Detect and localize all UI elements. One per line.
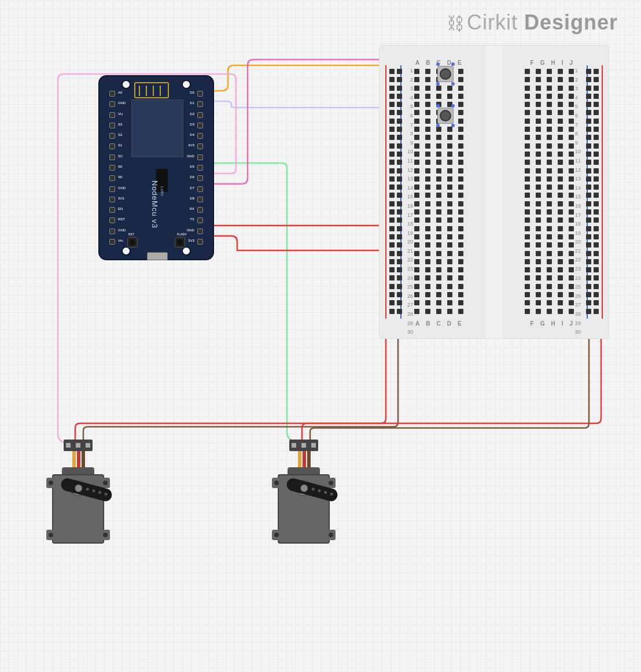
component-servo-2[interactable] — [269, 440, 350, 555]
board-subtitle: Lolin — [160, 186, 165, 196]
component-nodemcu[interactable]: NodeMcu v3 Lolin A0GNDVUS3S2S1SCS0SKGND3… — [98, 75, 214, 260]
logo-brand: Cirkit — [467, 10, 518, 34]
flash-label: FLASH — [177, 232, 186, 236]
app-logo: ⛓Cirkit Designer — [447, 10, 618, 35]
esp-chip — [131, 99, 183, 157]
pin-header-left: A0GNDVUS3S2S1SCS0SKGND3V3ENRSTGNDVin — [104, 91, 120, 245]
bb-col-labels-bot-left: ABCDE — [415, 320, 462, 327]
component-pushbutton-2[interactable] — [434, 104, 457, 127]
logo-icon: ⛓ — [447, 14, 465, 33]
rst-label: RST — [128, 232, 134, 236]
bb-col-labels-bot-right: FGHIJ — [531, 320, 573, 327]
usb-port — [147, 252, 168, 260]
pushbutton-leg — [451, 124, 455, 127]
pushbutton-leg — [451, 82, 455, 86]
pushbutton-leg — [436, 104, 440, 108]
mount-hole — [121, 246, 131, 256]
component-breadboard[interactable]: ABCDE FGHIJ ABCDE FGHIJ 1234567891011121… — [379, 45, 609, 339]
servo-connector — [64, 440, 93, 451]
logo-product: Designer — [524, 10, 618, 34]
mount-hole — [121, 80, 131, 89]
power-rail-pos-right — [602, 65, 603, 319]
power-rail-pos-left — [385, 65, 386, 319]
bb-col-labels-top-right: FGHIJ — [531, 60, 573, 66]
pin-header-right: D0D1D2D3D43V3GNDD5D6D7D8RXTXGND3V3 — [192, 91, 208, 245]
wifi-antenna — [134, 82, 169, 98]
bb-row-labels-right: 1234567891011121314151617181920212223242… — [575, 68, 583, 335]
pushbutton-cap — [440, 68, 451, 80]
board-name: NodeMcu v3 — [150, 180, 159, 228]
mount-hole — [182, 246, 191, 256]
pushbutton-leg — [451, 62, 455, 66]
bb-main-holes-right — [525, 69, 574, 314]
pushbutton-cap — [440, 110, 451, 121]
pushbutton-leg — [436, 82, 440, 86]
bb-power-holes-left — [389, 69, 402, 314]
rst-button[interactable] — [127, 237, 138, 248]
bb-row-labels-left: 1234567891011121314151617181920212223242… — [405, 68, 413, 335]
pushbutton-leg — [451, 104, 455, 108]
component-servo-1[interactable] — [43, 440, 124, 555]
component-pushbutton-1[interactable] — [434, 62, 457, 86]
pushbutton-leg — [436, 124, 440, 127]
servo-connector — [289, 440, 318, 451]
bb-power-holes-right — [586, 69, 599, 314]
flash-button[interactable] — [175, 237, 185, 248]
pushbutton-leg — [436, 62, 440, 66]
mount-hole — [182, 80, 191, 89]
